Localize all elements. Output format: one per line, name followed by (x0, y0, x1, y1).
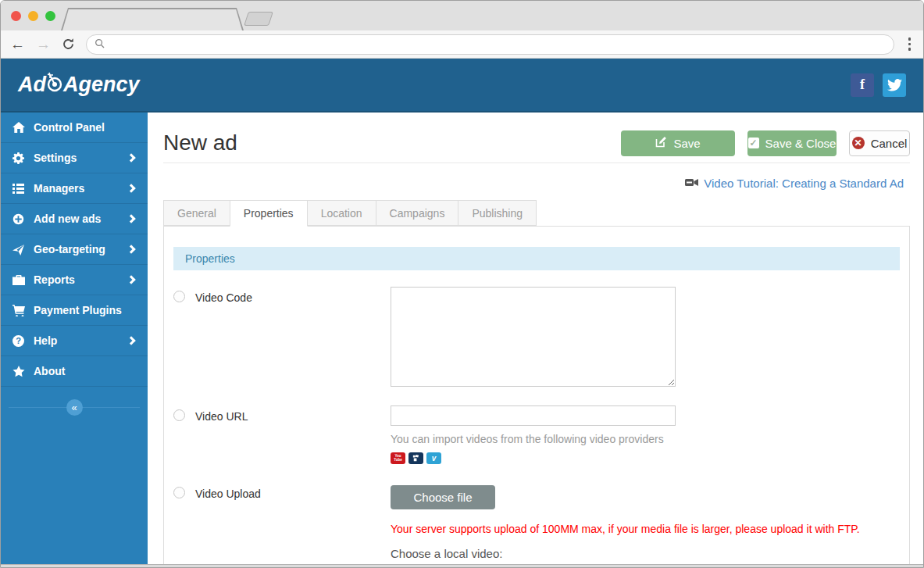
back-arrow-icon[interactable]: ← (10, 37, 25, 52)
video-provider-icons: You Tube v (391, 452, 900, 464)
tab-bar: General Properties Location Campaigns Pu… (163, 200, 910, 226)
app-header: Ad Agency f (1, 59, 923, 113)
browser-toolbar: ← → (1, 30, 923, 59)
video-code-textarea[interactable] (391, 287, 676, 387)
sidebar-item-label: Reports (34, 273, 120, 286)
video-url-row: Video URL You can import videos from the… (173, 405, 900, 464)
vimeo-icon[interactable]: v (426, 452, 441, 464)
window-bottom-edge (1, 564, 923, 567)
tab-location[interactable]: Location (308, 200, 376, 226)
chevron-right-icon (127, 184, 135, 192)
cancel-button[interactable]: ✕ Cancel (849, 130, 910, 156)
twitter-icon[interactable] (883, 73, 906, 97)
video-upload-row: Video Upload Choose file Your server sup… (173, 483, 900, 564)
sidebar-item-label: Settings (34, 152, 120, 164)
cancel-x-icon: ✕ (852, 137, 865, 149)
save-close-button-label: Save & Close (765, 137, 837, 150)
social-links: f (851, 73, 906, 97)
sidebar-collapse-row: « (1, 398, 148, 416)
save-button[interactable]: Save (621, 130, 735, 156)
sidebar-item-help[interactable]: ? Help (1, 326, 148, 356)
kebab-menu-icon[interactable] (905, 36, 915, 52)
tab-properties[interactable]: Properties (230, 200, 308, 227)
chevron-right-icon (127, 153, 135, 162)
plus-circle-icon (12, 213, 25, 225)
facebook-icon[interactable]: f (851, 73, 874, 97)
video-upload-radio[interactable] (173, 487, 185, 498)
cart-icon (12, 305, 25, 316)
upload-warning-text: Your server supports upload of 100MM max… (391, 523, 900, 535)
dailymotion-icon[interactable] (408, 452, 423, 464)
sidebar-item-reports[interactable]: Reports (1, 265, 148, 295)
sidebar-item-geo-targeting[interactable]: Geo-targeting (1, 234, 148, 265)
collapse-sidebar-button[interactable]: « (66, 399, 83, 416)
logo-text-agency: Agency (63, 73, 140, 97)
tab-panel: Properties Video Code Video URL (163, 226, 910, 564)
logo-text-ad: Ad (18, 73, 46, 97)
traffic-lights (11, 11, 55, 21)
video-code-label: Video Code (195, 291, 252, 304)
video-code-radio[interactable] (173, 291, 185, 302)
sidebar-item-label: Managers (34, 182, 120, 195)
browser-tabstrip (1, 1, 923, 30)
zoom-window-icon[interactable] (45, 11, 55, 21)
sidebar-item-label: Control Panel (34, 121, 137, 134)
checkbox-check-icon: ✓ (748, 138, 759, 148)
local-video-label: Choose a local video: (391, 547, 900, 560)
tab-campaigns[interactable]: Campaigns (376, 200, 458, 226)
sidebar-item-label: Help (34, 334, 120, 347)
list-icon (12, 184, 25, 194)
tab-general[interactable]: General (163, 200, 230, 226)
sidebar-item-control-panel[interactable]: Control Panel (1, 113, 148, 143)
save-and-close-button[interactable]: ✓ Save & Close (747, 130, 837, 156)
youtube-icon[interactable]: You Tube (391, 452, 405, 464)
save-button-label: Save (673, 137, 700, 150)
sidebar-item-label: Add new ads (34, 213, 120, 225)
video-tutorial-link[interactable]: Video Tutorial: Creating a Standard Ad (704, 177, 904, 190)
cancel-button-label: Cancel (871, 137, 908, 150)
tab-publishing[interactable]: Publishing (458, 200, 537, 226)
question-circle-icon: ? (12, 335, 25, 347)
browser-window: ← → Ad Agency f (0, 0, 924, 568)
video-url-input[interactable] (391, 405, 676, 426)
browser-tab[interactable] (61, 8, 244, 30)
youtube-icon-text: Tube (394, 459, 401, 463)
action-buttons: Save ✓ Save & Close ✕ Cancel (621, 130, 910, 156)
sidebar-item-managers[interactable]: Managers (1, 173, 148, 204)
forward-arrow-icon[interactable]: → (36, 37, 51, 52)
sidebar-item-label: Payment Plugins (34, 304, 137, 316)
section-header: Properties (173, 247, 900, 270)
home-icon (12, 122, 25, 133)
close-window-icon[interactable] (11, 11, 21, 21)
sidebar-item-settings[interactable]: Settings (1, 143, 148, 173)
chevron-right-icon (127, 245, 135, 253)
refresh-icon[interactable] (62, 36, 75, 53)
choose-file-button[interactable]: Choose file (391, 485, 495, 509)
chevron-right-icon (127, 275, 135, 284)
star-icon (12, 366, 25, 377)
sidebar: Control Panel Settings Managers (1, 113, 148, 564)
page-title: New ad (163, 130, 237, 155)
video-url-label: Video URL (195, 409, 248, 423)
main-content: New ad Save ✓ Save & Close ✕ Cancel (148, 113, 923, 564)
address-input[interactable] (109, 38, 886, 50)
paper-plane-icon (12, 244, 25, 255)
sidebar-item-label: About (34, 365, 137, 377)
search-icon (95, 38, 105, 52)
video-upload-label: Video Upload (195, 487, 261, 500)
target-dart-icon (45, 71, 65, 100)
new-tab-button[interactable] (244, 12, 273, 26)
sidebar-item-payment-plugins[interactable]: Payment Plugins (1, 295, 148, 326)
video-code-row: Video Code (173, 287, 900, 390)
minimize-window-icon[interactable] (28, 11, 38, 21)
video-url-radio[interactable] (173, 409, 185, 421)
video-providers-helper: You can import videos from the following… (391, 433, 900, 445)
app-logo: Ad Agency (18, 70, 140, 99)
address-bar[interactable] (86, 34, 894, 55)
gear-icon (12, 152, 25, 164)
chevron-right-icon (127, 214, 135, 223)
sidebar-item-label: Geo-targeting (34, 243, 120, 255)
edit-pencil-icon (655, 136, 667, 150)
sidebar-item-about[interactable]: About (1, 356, 148, 387)
sidebar-item-add-new-ads[interactable]: Add new ads (1, 204, 148, 234)
